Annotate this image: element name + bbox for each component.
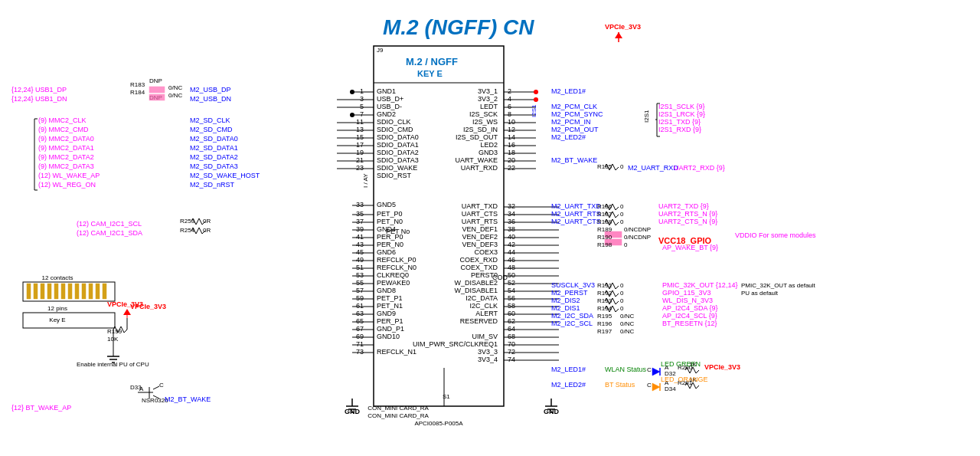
svg-rect-75	[149, 87, 165, 93]
pin10-name: I2S_WS	[472, 118, 498, 126]
pin32-num: 32	[508, 202, 515, 210]
net-i2s1-sclk: I2S1_SCLK {9}	[658, 103, 705, 110]
schematic-title: M.2 (NGFF) CN	[383, 15, 534, 39]
pin70-name: UIM_PWR_SRC/CLKREQ1	[413, 340, 498, 348]
pin51-name: REFCLK_N0	[377, 264, 416, 271]
pin14-num: 14	[508, 133, 515, 141]
net-uart2-cts: UART2_CTS_N {9}	[658, 218, 717, 225]
pin4-num: 4	[508, 95, 511, 103]
net-m2-pcm-out: M2_PCM_OUT	[551, 126, 599, 133]
pin36-name: UART_RTS	[462, 218, 498, 225]
net-m2-pcm-sync: M2_PCM_SYNC	[551, 110, 603, 118]
pin56-num: 56	[508, 294, 515, 302]
pin11-name: SDIO_CLK	[377, 118, 411, 126]
d32-c-label: C	[647, 366, 652, 373]
pin60-name: ALERT	[475, 310, 498, 317]
r186-val: 0	[620, 203, 624, 210]
r253-val: 0R	[203, 218, 211, 225]
pin6-num: 6	[508, 103, 511, 110]
pin53-num: 53	[356, 271, 364, 279]
pin49-num: 49	[356, 256, 364, 264]
net-uart2-rxd: UART2_RXD {9}	[674, 164, 725, 172]
pin39-num: 39	[356, 225, 364, 233]
pin15-name: SDIO_DATA0	[377, 133, 419, 141]
pin2-num: 2	[508, 87, 511, 95]
pin57-num: 57	[356, 287, 364, 294]
bracket-io-left: I / AY	[362, 173, 369, 188]
pin34-name: UART_CTS	[462, 210, 498, 218]
pin48-num: 48	[508, 264, 515, 271]
r198-val: 0	[624, 241, 628, 248]
net-m2-perst: M2_PERST	[551, 289, 588, 297]
svg-rect-92	[23, 313, 115, 328]
pin12-num: 12	[508, 126, 515, 133]
net-pmic-32k: PMIC_32K_OUT {12,14}	[662, 281, 737, 289]
svg-point-117	[350, 90, 354, 94]
pin68-name: UIM_SV	[472, 333, 498, 340]
enable-pu-label: Enable internal PU of CPU	[77, 361, 149, 368]
pin62-name: RESERVED	[460, 317, 498, 325]
pin45-name: GND6	[377, 248, 396, 256]
svg-marker-103	[652, 368, 660, 376]
part-number: APCI0085-P005A	[414, 420, 463, 427]
pin72-num: 72	[508, 348, 515, 356]
r198-ref: R198	[597, 241, 612, 248]
svg-rect-76	[149, 94, 165, 100]
svg-rect-87	[75, 284, 79, 299]
schematic-view: M.2 (NGFF) CN VPCIe_3V3 M.2 / NGFF KEY E…	[0, 0, 980, 456]
pin49-name: REFCLK_P0	[377, 256, 416, 264]
net-m2-dis2: M2_DIS2	[551, 297, 580, 304]
pin57-name: GND8	[377, 287, 396, 294]
net-mmc2-data2: (9) MMC2_DATA2	[38, 153, 94, 161]
pin12-name: I2S_SD_IN	[463, 126, 498, 133]
net-usb1-dn: {12,24} USB1_DN	[11, 95, 67, 103]
pin73-name: REFCLK_N1	[377, 348, 416, 356]
net-m2-sd-data1: M2_SD_DATA1	[190, 144, 238, 152]
svg-rect-81	[34, 284, 38, 299]
pin74-name: 3V3_4	[478, 356, 498, 363]
pin4-name: 3V3_2	[478, 95, 498, 103]
net-m2-led2-b: M2_LED2#	[551, 381, 586, 389]
pin43-num: 43	[356, 241, 364, 248]
pin10-num: 10	[508, 118, 515, 126]
d33-a: A	[139, 385, 144, 392]
pin3-num: 3	[360, 95, 364, 103]
pin41-num: 41	[356, 233, 364, 241]
pin53-name: CLKREQ0	[377, 271, 409, 279]
net-ap-i2c-scl: AP_I2C4_SCL {9}	[662, 312, 717, 320]
pin22-num: 22	[508, 164, 515, 172]
pin45-num: 45	[356, 248, 364, 256]
net-usb1-dp: {12,24} USB1_DP	[11, 86, 67, 93]
r192-val: 0	[620, 290, 624, 297]
pin18-num: 18	[508, 149, 515, 156]
key-e-pins-label: 12 pins	[47, 305, 67, 312]
pin72-name: 3V3_3	[478, 348, 498, 356]
net-m2-uart-txd-r: M2_UART_TXD	[551, 202, 601, 210]
led-orange: LED_ORANGE	[661, 376, 708, 383]
pin69-num: 69	[356, 333, 364, 340]
d34-c-label: C	[647, 382, 652, 389]
key-e-contacts: 12 contacts	[42, 274, 74, 281]
pin8-name: I2S_SCK	[469, 110, 498, 118]
net-m2-sd-clk: M2_SD_CLK	[190, 116, 230, 124]
pin1-name: GND1	[377, 87, 396, 95]
pin11-num: 11	[356, 118, 364, 126]
r190-ref: R190	[597, 234, 612, 241]
net-m2-led2: M2_LED2#	[551, 133, 586, 141]
net-vpcie-right: VPCIe_3V3	[704, 363, 740, 371]
pin51-num: 51	[356, 264, 364, 271]
net-bt-wake-ap: {12} BT_WAKE_AP	[11, 404, 71, 412]
net-m2-bt-wake-left: M2_BT_WAKE	[165, 395, 211, 403]
pin73-num: 73	[356, 348, 364, 356]
pin7-name: GND2	[377, 110, 396, 118]
pin65-num: 65	[356, 317, 364, 325]
r184-val: 0/NC	[168, 92, 182, 99]
pin38-name: VEN_DEF1	[462, 225, 498, 233]
pin64-num: 64	[508, 325, 515, 333]
i2s-bracket: I2S1	[643, 110, 650, 123]
d33-c: C	[159, 382, 164, 389]
pin19-num: 19	[356, 149, 364, 156]
net-mmc2-data3: (9) MMC2_DATA3	[38, 162, 94, 170]
pin20-num: 20	[508, 156, 515, 164]
pin13-name: SDIO_CMD	[377, 126, 413, 133]
